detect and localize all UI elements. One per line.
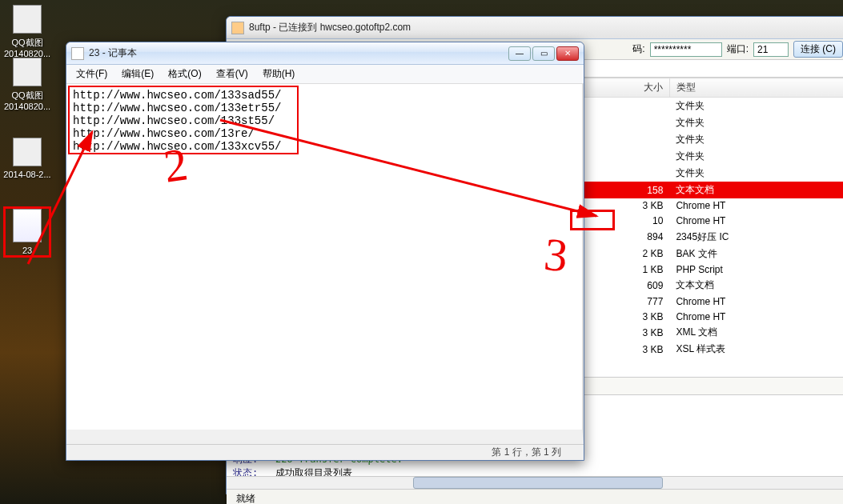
notepad-menubar[interactable]: 文件(F) 编辑(E) 格式(O) 查看(V) 帮助(H) <box>66 65 584 84</box>
minimize-button[interactable]: — <box>508 46 531 61</box>
icon-label: QQ截图 20140820... <box>3 90 51 111</box>
password-input[interactable] <box>650 42 722 57</box>
menu-view[interactable]: 查看(V) <box>210 66 255 82</box>
close-button[interactable]: ✕ <box>556 46 579 61</box>
desktop-icon-23txt[interactable]: 23 <box>3 206 51 258</box>
notepad-window[interactable]: 23 - 记事本 — ▭ ✕ 文件(F) 编辑(E) 格式(O) 查看(V) 帮… <box>66 42 584 461</box>
menu-edit[interactable]: 编辑(E) <box>115 66 160 82</box>
menu-file[interactable]: 文件(F) <box>70 66 114 82</box>
col-type[interactable]: 类型 <box>669 78 843 98</box>
port-input[interactable] <box>753 42 789 57</box>
menu-help[interactable]: 帮助(H) <box>256 66 302 82</box>
ftp-titlebar[interactable]: 8uftp - 已连接到 hwcseo.gotoftp2.com <box>227 17 843 39</box>
icon-label: 2014-08-2... <box>3 170 51 179</box>
ftp-ready-status: 就绪 <box>227 489 843 504</box>
notepad-title: 23 - 记事本 <box>89 46 508 60</box>
ftp-title: 8uftp - 已连接到 hwcseo.gotoftp2.com <box>249 21 843 34</box>
menu-format[interactable]: 格式(O) <box>162 66 207 82</box>
ftp-app-icon <box>231 22 244 34</box>
notepad-icon <box>71 47 84 60</box>
maximize-button[interactable]: ▭ <box>532 46 555 61</box>
desktop-icon-date[interactable]: 2014-08-2... <box>3 138 51 179</box>
desktop-icon-qq1[interactable]: QQ截图 20140820... <box>3 5 51 58</box>
log-line: 状态: 成功取得目录列表 <box>233 466 843 476</box>
password-label: 码: <box>632 42 644 56</box>
icon-label: QQ截图 20140820... <box>3 37 51 58</box>
notepad-content: http://www.hwcseo.com/133sad55/ http://w… <box>73 89 281 153</box>
image-icon <box>13 138 42 166</box>
connect-button[interactable]: 连接 (C) <box>793 41 843 58</box>
caret-position: 第 1 行，第 1 列 <box>492 446 561 459</box>
port-label: 端口: <box>727 42 749 56</box>
ftp-hscrollbar[interactable] <box>227 476 843 489</box>
icon-label: 23 <box>6 246 49 255</box>
text-file-icon <box>13 209 42 242</box>
image-icon <box>13 5 42 34</box>
col-size[interactable]: 大小 <box>580 78 669 98</box>
desktop-icon-qq2[interactable]: QQ截图 20140820... <box>3 58 51 111</box>
notepad-textarea[interactable]: http://www.hwcseo.com/133sad55/ http://w… <box>66 84 584 444</box>
image-icon <box>13 58 42 86</box>
scrollbar-thumb[interactable] <box>413 477 662 489</box>
notepad-statusbar: 第 1 行，第 1 列 <box>66 444 584 460</box>
notepad-titlebar[interactable]: 23 - 记事本 — ▭ ✕ <box>66 42 584 65</box>
